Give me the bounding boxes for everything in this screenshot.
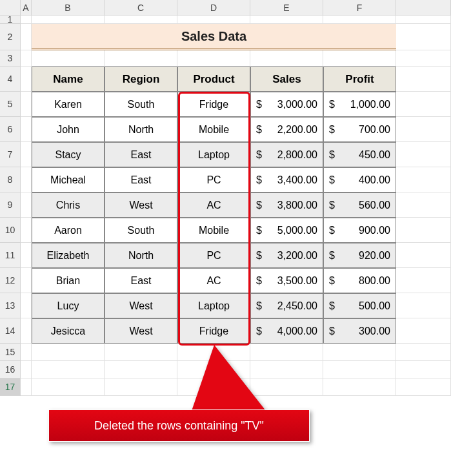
row-header-10[interactable]: 10 [0, 218, 21, 243]
title[interactable]: Sales Data [32, 24, 396, 50]
table-cell-region[interactable]: South [105, 218, 177, 243]
table-cell-product[interactable]: PC [177, 243, 250, 268]
row-header-16[interactable]: 16 [0, 361, 21, 378]
table-cell-name[interactable]: Chris [32, 192, 105, 218]
row-header-8[interactable]: 8 [0, 167, 21, 192]
cell[interactable] [250, 50, 323, 67]
table-cell-profit[interactable]: $500.00 [323, 293, 396, 318]
table-cell-region[interactable]: West [105, 293, 177, 318]
row-header-3[interactable]: 3 [0, 50, 21, 67]
cell[interactable] [396, 167, 451, 192]
cell[interactable] [250, 16, 323, 24]
table-cell-name[interactable]: Jesicca [32, 318, 105, 344]
row-header-12[interactable]: 12 [0, 268, 21, 293]
table-header-sales[interactable]: Sales [250, 67, 323, 92]
row-header-2[interactable]: 2 [0, 24, 21, 50]
row-header-13[interactable]: 13 [0, 293, 21, 318]
table-cell-product[interactable]: Mobile [177, 218, 250, 243]
table-cell-product[interactable]: AC [177, 268, 250, 293]
table-header-product[interactable]: Product [177, 67, 250, 92]
table-cell-region[interactable]: West [105, 192, 177, 218]
cell[interactable] [396, 92, 451, 117]
table-cell-sales[interactable]: $3,200.00 [250, 243, 323, 268]
row-header-7[interactable]: 7 [0, 142, 21, 167]
cell[interactable] [396, 293, 451, 318]
cell[interactable] [396, 243, 451, 268]
cell[interactable] [396, 67, 451, 92]
table-cell-sales[interactable]: $3,000.00 [250, 92, 323, 117]
row-header-17[interactable]: 17 [0, 378, 21, 396]
cell[interactable] [32, 50, 105, 67]
table-cell-region[interactable]: West [105, 318, 177, 344]
cell[interactable] [396, 50, 451, 67]
row-header-14[interactable]: 14 [0, 318, 21, 344]
cell[interactable] [21, 117, 32, 142]
cell[interactable] [21, 218, 32, 243]
table-header-name[interactable]: Name [32, 67, 105, 92]
table-cell-name[interactable]: John [32, 117, 105, 142]
column-header-A[interactable]: A [21, 0, 32, 16]
row-header-6[interactable]: 6 [0, 117, 21, 142]
row-header-11[interactable]: 11 [0, 243, 21, 268]
cell[interactable] [21, 243, 32, 268]
table-cell-product[interactable]: Fridge [177, 92, 250, 117]
cell[interactable] [396, 16, 451, 24]
cell[interactable] [21, 293, 32, 318]
cell[interactable] [396, 344, 451, 361]
cell[interactable] [323, 16, 396, 24]
table-cell-product[interactable]: PC [177, 167, 250, 192]
cell[interactable] [396, 192, 451, 218]
row-header-1[interactable]: 1 [0, 16, 21, 24]
cell[interactable] [21, 378, 32, 396]
table-cell-profit[interactable]: $900.00 [323, 218, 396, 243]
table-cell-profit[interactable]: $700.00 [323, 117, 396, 142]
table-cell-product[interactable]: Mobile [177, 117, 250, 142]
table-cell-sales[interactable]: $4,000.00 [250, 318, 323, 344]
cell[interactable] [21, 268, 32, 293]
table-cell-product[interactable]: Laptop [177, 142, 250, 167]
table-cell-profit[interactable]: $400.00 [323, 167, 396, 192]
table-cell-sales[interactable]: $2,200.00 [250, 117, 323, 142]
cell[interactable] [105, 50, 177, 67]
cell[interactable] [396, 24, 451, 50]
table-cell-sales[interactable]: $3,500.00 [250, 268, 323, 293]
cell[interactable] [21, 50, 32, 67]
table-cell-profit[interactable]: $560.00 [323, 192, 396, 218]
cell[interactable] [21, 16, 32, 24]
cell[interactable] [396, 361, 451, 378]
cell[interactable] [323, 378, 396, 396]
column-header-C[interactable]: C [105, 0, 177, 16]
table-cell-product[interactable]: Fridge [177, 318, 250, 344]
cell[interactable] [396, 218, 451, 243]
cell[interactable] [21, 192, 32, 218]
cell[interactable] [21, 67, 32, 92]
cell[interactable] [21, 142, 32, 167]
table-cell-region[interactable]: East [105, 142, 177, 167]
cell[interactable] [396, 318, 451, 344]
table-cell-profit[interactable]: $300.00 [323, 318, 396, 344]
table-cell-sales[interactable]: $5,000.00 [250, 218, 323, 243]
table-cell-name[interactable]: Lucy [32, 293, 105, 318]
table-cell-name[interactable]: Stacy [32, 142, 105, 167]
table-cell-region[interactable]: East [105, 167, 177, 192]
cell[interactable] [396, 117, 451, 142]
cell[interactable] [177, 50, 250, 67]
row-header-4[interactable]: 4 [0, 67, 21, 92]
cell[interactable] [32, 16, 105, 24]
cell[interactable] [21, 24, 32, 50]
cell[interactable] [105, 16, 177, 24]
cell[interactable] [21, 167, 32, 192]
table-cell-name[interactable]: Brian [32, 268, 105, 293]
table-cell-name[interactable]: Aaron [32, 218, 105, 243]
table-header-profit[interactable]: Profit [323, 67, 396, 92]
table-cell-product[interactable]: AC [177, 192, 250, 218]
table-cell-region[interactable]: East [105, 268, 177, 293]
row-header-15[interactable]: 15 [0, 344, 21, 361]
select-all-corner[interactable] [0, 0, 21, 16]
table-cell-sales[interactable]: $2,450.00 [250, 293, 323, 318]
table-cell-profit[interactable]: $450.00 [323, 142, 396, 167]
table-cell-profit[interactable]: $1,000.00 [323, 92, 396, 117]
table-cell-product[interactable]: Laptop [177, 293, 250, 318]
column-header-B[interactable]: B [32, 0, 105, 16]
table-cell-name[interactable]: Elizabeth [32, 243, 105, 268]
